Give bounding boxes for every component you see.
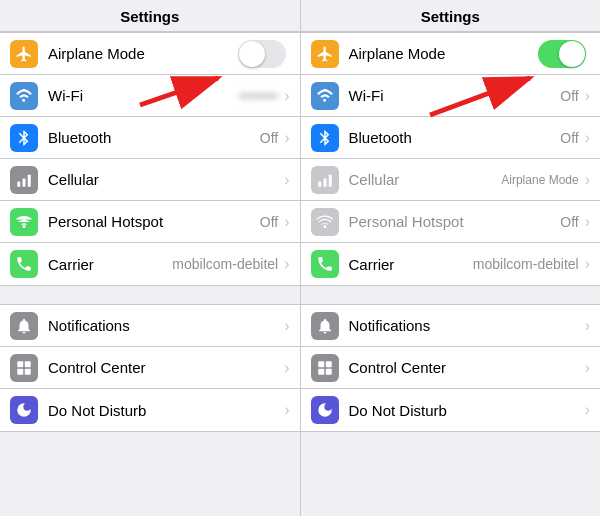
left-airplane-row[interactable]: Airplane Mode	[0, 33, 300, 75]
right-hotspot-value: Off	[560, 214, 578, 230]
left-hotspot-chevron: ›	[284, 213, 289, 231]
right-hotspot-label: Personal Hotspot	[349, 213, 561, 230]
right-dnd-chevron: ›	[585, 401, 590, 419]
svg-rect-13	[325, 361, 331, 367]
left-bottom-space	[0, 432, 300, 516]
right-cellular-chevron: ›	[585, 171, 590, 189]
left-hotspot-value: Off	[260, 214, 278, 230]
right-bottom-space	[301, 432, 601, 516]
left-wifi-chevron: ›	[284, 87, 289, 105]
svg-rect-6	[17, 368, 23, 374]
left-carrier-label: Carrier	[48, 256, 172, 273]
right-control-center-row[interactable]: Control Center ›	[301, 347, 601, 389]
left-carrier-row[interactable]: Carrier mobilcom-debitel ›	[0, 243, 300, 285]
right-gap-1	[301, 286, 601, 304]
svg-rect-7	[25, 368, 31, 374]
right-cellular-value: Airplane Mode	[501, 173, 578, 187]
right-carrier-row[interactable]: Carrier mobilcom-debitel ›	[301, 243, 601, 285]
left-notifications-row[interactable]: Notifications ›	[0, 305, 300, 347]
dnd-icon-left	[10, 396, 38, 424]
right-bluetooth-chevron: ›	[585, 129, 590, 147]
left-wifi-value: ••••••••	[239, 88, 278, 104]
left-wifi-row[interactable]: Wi-Fi •••••••• ›	[0, 75, 300, 117]
right-airplane-row[interactable]: Airplane Mode	[301, 33, 601, 75]
left-control-center-row[interactable]: Control Center ›	[0, 347, 300, 389]
right-wifi-chevron: ›	[585, 87, 590, 105]
left-cellular-row[interactable]: Cellular ›	[0, 159, 300, 201]
left-bluetooth-value: Off	[260, 130, 278, 146]
left-hotspot-label: Personal Hotspot	[48, 213, 260, 230]
left-notifications-label: Notifications	[48, 317, 282, 334]
right-panel: Settings Airplane Mode	[301, 0, 601, 516]
svg-rect-9	[323, 178, 326, 186]
control-center-icon-right	[311, 354, 339, 382]
hotspot-icon-right	[311, 208, 339, 236]
cellular-icon-left	[10, 166, 38, 194]
svg-rect-4	[17, 361, 23, 367]
left-section-2: Notifications › Control Center › Do	[0, 304, 300, 432]
left-bluetooth-chevron: ›	[284, 129, 289, 147]
right-panel-title: Settings	[301, 0, 601, 32]
left-cellular-chevron: ›	[284, 171, 289, 189]
left-bluetooth-row[interactable]: Bluetooth Off ›	[0, 117, 300, 159]
left-bluetooth-label: Bluetooth	[48, 129, 260, 146]
right-wifi-label: Wi-Fi	[349, 87, 561, 104]
left-carrier-value: mobilcom-debitel	[172, 256, 278, 272]
right-bluetooth-row[interactable]: Bluetooth Off ›	[301, 117, 601, 159]
right-bluetooth-value: Off	[560, 130, 578, 146]
notifications-icon-left	[10, 312, 38, 340]
left-panel-title: Settings	[0, 0, 300, 32]
left-gap-1	[0, 286, 300, 304]
left-cellular-label: Cellular	[48, 171, 282, 188]
left-control-center-chevron: ›	[284, 359, 289, 377]
bluetooth-icon-left	[10, 124, 38, 152]
svg-rect-1	[23, 178, 26, 186]
bluetooth-icon-right	[311, 124, 339, 152]
right-wifi-value: Off	[560, 88, 578, 104]
dnd-icon-right	[311, 396, 339, 424]
right-notifications-row[interactable]: Notifications ›	[301, 305, 601, 347]
airplane-icon-left	[10, 40, 38, 68]
left-dnd-label: Do Not Disturb	[48, 402, 282, 419]
right-wifi-row[interactable]: Wi-Fi Off ›	[301, 75, 601, 117]
right-dnd-row[interactable]: Do Not Disturb ›	[301, 389, 601, 431]
left-dnd-row[interactable]: Do Not Disturb ›	[0, 389, 300, 431]
right-carrier-value: mobilcom-debitel	[473, 256, 579, 272]
left-carrier-chevron: ›	[284, 255, 289, 273]
left-airplane-knob	[239, 41, 265, 67]
right-airplane-toggle[interactable]	[538, 40, 586, 68]
right-hotspot-chevron: ›	[585, 213, 590, 231]
right-dnd-label: Do Not Disturb	[349, 402, 583, 419]
right-hotspot-row[interactable]: Personal Hotspot Off ›	[301, 201, 601, 243]
right-notifications-label: Notifications	[349, 317, 583, 334]
left-wifi-label: Wi-Fi	[48, 87, 239, 104]
svg-rect-12	[318, 361, 324, 367]
right-cellular-row[interactable]: Cellular Airplane Mode ›	[301, 159, 601, 201]
right-section-1: Airplane Mode Wi-Fi Off ›	[301, 32, 601, 286]
left-dnd-chevron: ›	[284, 401, 289, 419]
svg-rect-2	[28, 174, 31, 186]
left-control-center-label: Control Center	[48, 359, 282, 376]
svg-point-3	[23, 225, 26, 228]
svg-rect-8	[318, 181, 321, 186]
svg-rect-14	[318, 368, 324, 374]
svg-rect-15	[325, 368, 331, 374]
left-section-1: Airplane Mode Wi-Fi •••••••• ›	[0, 32, 300, 286]
right-carrier-chevron: ›	[585, 255, 590, 273]
svg-rect-10	[328, 174, 331, 186]
carrier-icon-left	[10, 250, 38, 278]
left-airplane-label: Airplane Mode	[48, 45, 238, 62]
cellular-icon-right	[311, 166, 339, 194]
right-bluetooth-label: Bluetooth	[349, 129, 561, 146]
right-section-2: Notifications › Control Center › Do	[301, 304, 601, 432]
carrier-icon-right	[311, 250, 339, 278]
notifications-icon-right	[311, 312, 339, 340]
right-control-center-chevron: ›	[585, 359, 590, 377]
wifi-icon-left	[10, 82, 38, 110]
left-hotspot-row[interactable]: Personal Hotspot Off ›	[0, 201, 300, 243]
right-cellular-label: Cellular	[349, 171, 502, 188]
left-notifications-chevron: ›	[284, 317, 289, 335]
right-airplane-label: Airplane Mode	[349, 45, 539, 62]
left-airplane-toggle[interactable]	[238, 40, 286, 68]
svg-rect-5	[25, 361, 31, 367]
